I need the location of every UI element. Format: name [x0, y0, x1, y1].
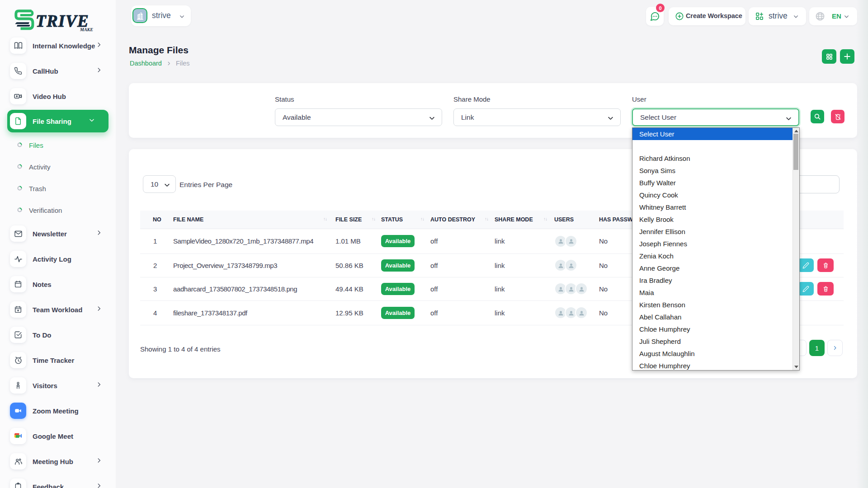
svg-text:MAKE: MAKE: [80, 27, 93, 32]
